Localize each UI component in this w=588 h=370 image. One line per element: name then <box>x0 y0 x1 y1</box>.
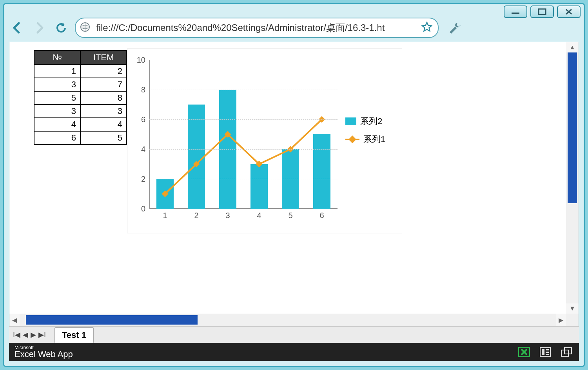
svg-rect-1 <box>539 9 546 14</box>
table-cell: 3 <box>34 105 80 118</box>
back-button[interactable] <box>9 20 25 36</box>
reading-view-icon[interactable] <box>538 346 552 358</box>
table-header-no: № <box>34 51 80 65</box>
table-row: 33 <box>34 105 127 118</box>
data-table: № ITEM 123758334465 <box>34 50 127 145</box>
svg-rect-6 <box>546 349 549 350</box>
table-row: 44 <box>34 118 127 131</box>
page-content: № ITEM 123758334465 0246810 123456 系列2 <box>9 42 579 327</box>
content-viewport: № ITEM 123758334465 0246810 123456 系列2 <box>9 42 566 314</box>
chart-plot-area: 0246810 <box>149 60 338 209</box>
app-status-bar: Microsoft Excel Web App <box>9 343 579 361</box>
table-cell: 7 <box>80 78 127 91</box>
browser-toolbar <box>9 16 579 40</box>
legend-label: 系列1 <box>363 134 385 145</box>
url-input[interactable] <box>95 22 417 34</box>
table-row: 65 <box>34 131 127 144</box>
svg-rect-8 <box>546 354 549 355</box>
chart-xtick-label: 3 <box>212 211 243 220</box>
sheet-nav-buttons: I◀ ◀ ▶ ▶I <box>9 330 50 339</box>
app-name: Excel Web App <box>15 350 73 359</box>
chart-xtick-label: 5 <box>275 211 306 220</box>
scroll-left-icon[interactable]: ◀ <box>9 314 20 326</box>
sheet-next-icon[interactable]: ▶ <box>31 330 36 339</box>
scroll-up-icon[interactable]: ▲ <box>566 42 579 52</box>
legend-label: 系列2 <box>360 116 382 127</box>
reload-button[interactable] <box>53 20 69 36</box>
scroll-right-icon[interactable]: ▶ <box>556 314 566 326</box>
table-cell: 3 <box>34 78 80 91</box>
chart: 0246810 123456 系列2 系列1 <box>127 49 402 233</box>
table-header-item: ITEM <box>80 51 127 65</box>
forward-button[interactable] <box>31 20 47 36</box>
chart-xtick-label: 6 <box>306 211 338 220</box>
chart-gridline <box>149 179 338 179</box>
svg-rect-0 <box>512 13 519 14</box>
legend-swatch-line <box>345 135 359 143</box>
chart-ytick-label: 8 <box>134 85 145 94</box>
legend-item-bar: 系列2 <box>345 116 385 127</box>
svg-rect-4 <box>540 348 550 356</box>
svg-rect-7 <box>546 352 549 353</box>
hscroll-thumb[interactable] <box>26 315 198 325</box>
excel-icon[interactable] <box>517 346 531 358</box>
chart-ytick-label: 10 <box>134 56 145 65</box>
sheet-last-icon[interactable]: ▶I <box>38 330 46 339</box>
globe-icon <box>80 22 91 34</box>
table-cell: 1 <box>34 65 80 78</box>
vertical-scrollbar[interactable]: ▲ ▼ <box>566 42 579 314</box>
legend-item-line: 系列1 <box>345 134 385 145</box>
hscroll-track[interactable] <box>20 315 556 325</box>
vscroll-thumb[interactable] <box>568 52 577 203</box>
bookmark-star-icon[interactable] <box>421 22 432 34</box>
chart-xtick-label: 4 <box>243 211 275 220</box>
chart-ytick-label: 4 <box>134 145 145 154</box>
horizontal-scrollbar[interactable]: ◀ ▶ <box>9 314 566 326</box>
chart-xtick-label: 1 <box>149 211 181 220</box>
chart-ytick-label: 6 <box>134 115 145 124</box>
browser-window: № ITEM 123758334465 0246810 123456 系列2 <box>3 3 585 367</box>
chart-gridline <box>149 149 338 150</box>
chart-gridline <box>149 119 338 120</box>
table-cell: 4 <box>80 118 127 131</box>
scroll-corner <box>566 314 579 326</box>
chart-ytick-label: 0 <box>134 204 145 213</box>
svg-rect-5 <box>542 349 544 355</box>
sheet-prev-icon[interactable]: ◀ <box>23 330 28 339</box>
table-row: 58 <box>34 91 127 105</box>
table-row: 12 <box>34 65 127 78</box>
sheet-first-icon[interactable]: I◀ <box>13 330 20 339</box>
chart-line <box>165 119 322 194</box>
sheet-tab-bar: I◀ ◀ ▶ ▶I Test 1 <box>9 326 579 343</box>
chart-ytick-label: 2 <box>134 175 145 184</box>
scroll-down-icon[interactable]: ▼ <box>566 303 579 314</box>
table-cell: 3 <box>80 105 127 118</box>
table-cell: 6 <box>34 131 80 144</box>
table-row: 37 <box>34 78 127 91</box>
table-cell: 2 <box>80 65 127 78</box>
table-cell: 4 <box>34 118 80 131</box>
address-bar[interactable] <box>75 18 439 38</box>
legend-swatch-bar <box>345 117 356 125</box>
chart-legend: 系列2 系列1 <box>345 116 385 152</box>
chart-x-labels: 123456 <box>149 211 338 223</box>
vscroll-track[interactable] <box>568 52 577 303</box>
chart-xtick-label: 2 <box>181 211 212 220</box>
table-cell: 5 <box>80 131 127 144</box>
settings-wrench-icon[interactable] <box>447 20 464 36</box>
table-cell: 8 <box>80 91 127 105</box>
popout-icon[interactable] <box>559 346 573 358</box>
table-cell: 5 <box>34 91 80 105</box>
chart-line-series <box>149 60 338 209</box>
chart-gridline <box>149 90 338 90</box>
chart-gridline <box>149 60 338 60</box>
sheet-tab[interactable]: Test 1 <box>54 327 94 343</box>
